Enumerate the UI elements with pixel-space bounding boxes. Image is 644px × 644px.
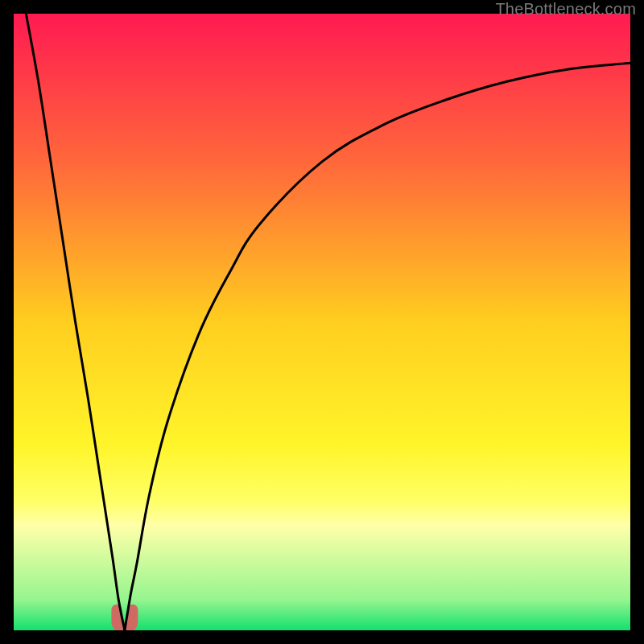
curve-left-branch: [26, 14, 125, 630]
curve-layer: [14, 14, 630, 630]
chart-frame: TheBottleneck.com: [0, 0, 644, 644]
plot-area: [14, 14, 630, 630]
curve-right-branch: [125, 63, 630, 630]
watermark-text: TheBottleneck.com: [495, 0, 636, 19]
